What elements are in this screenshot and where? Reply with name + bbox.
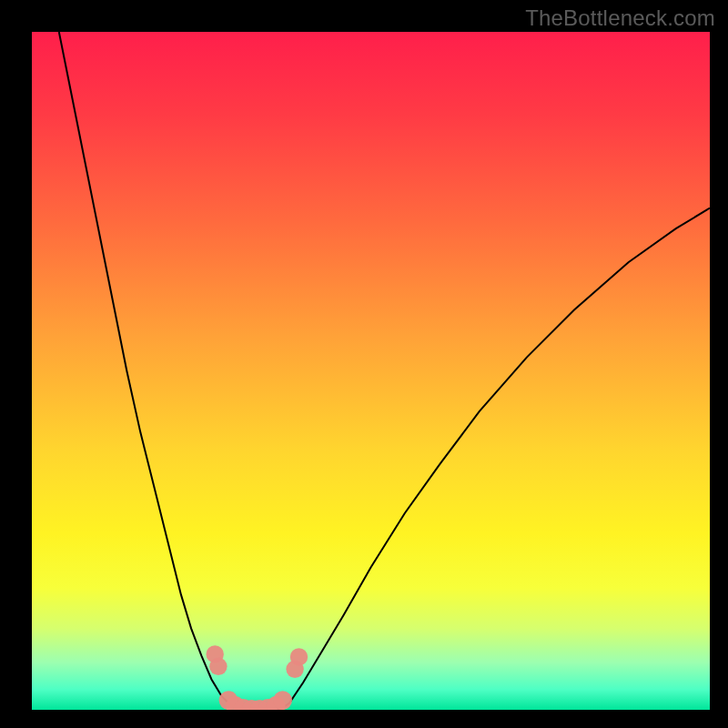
- highlight-marker: [290, 648, 308, 665]
- highlight-marker: [273, 691, 292, 710]
- bottleneck-curve: [32, 32, 710, 710]
- chart-frame: TheBottleneck.com: [0, 0, 728, 728]
- highlight-marker: [209, 658, 227, 675]
- curve-path: [59, 32, 710, 710]
- plot-area: [32, 32, 710, 710]
- watermark: TheBottleneck.com: [525, 5, 715, 31]
